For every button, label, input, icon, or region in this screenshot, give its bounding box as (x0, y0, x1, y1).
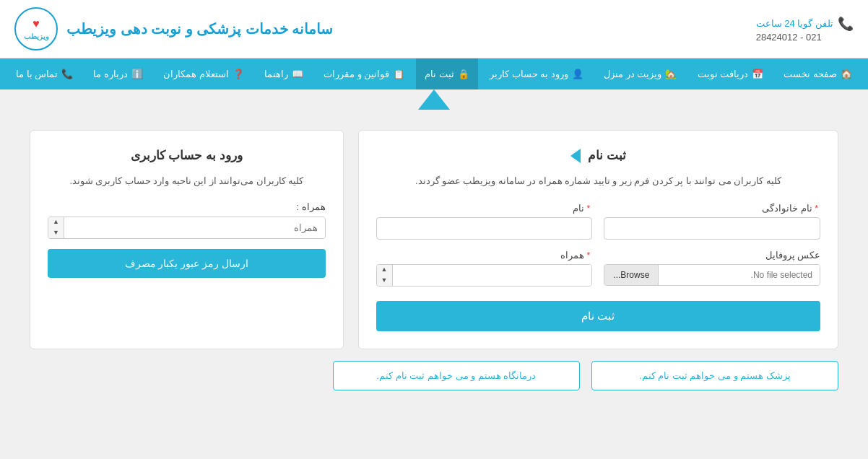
logo-text: ویزیطب (24, 32, 49, 41)
nav-login-label: ورود به حساب کاربر (490, 69, 568, 79)
nav-arrow-up (418, 89, 450, 110)
login-spinner-down[interactable]: ▼ (48, 227, 64, 238)
title-text: ثبت نام (588, 148, 626, 163)
nav-home-visit[interactable]: 🏡 ویزیت در منزل (595, 58, 685, 89)
first-name-input[interactable] (376, 217, 593, 240)
last-name-group: * نام خانوادگی (604, 203, 820, 240)
nav-bar: 🏠 صفحه نخست 📅 دریافت نوبت 🏡 ویزیت در منز… (0, 58, 868, 89)
login-mobile-input[interactable] (64, 217, 325, 238)
about-icon: ℹ️ (131, 69, 143, 79)
login-mobile-group: همراه : ▲ ▼ (48, 201, 326, 239)
nav-home-visit-label: ویزیت در منزل (604, 69, 661, 79)
register-title: ثبت نام (376, 148, 820, 163)
nav-rules[interactable]: 📋 قوانین و مقررات (315, 58, 413, 89)
no-file-text: No file selected. (659, 265, 820, 285)
profile-pic-label: عکس پروفایل (604, 250, 820, 261)
browse-button[interactable]: Browse... (604, 265, 659, 285)
login-spinner-buttons: ▲ ▼ (48, 217, 64, 238)
login-spinner-up[interactable]: ▲ (48, 217, 64, 228)
bottom-links-container: پزشک هستم و می خواهم ثبت نام کنم. درمانگ… (15, 349, 853, 405)
phone-icon: 📞 (838, 16, 854, 32)
heart-icon: ♥ (24, 17, 49, 32)
send-otp-button[interactable]: ارسال رمز عبور یکبار مصرف (48, 249, 326, 278)
nav-contact-label: تماس با ما (16, 69, 58, 79)
nav-appointment-label: دریافت نوبت (698, 69, 749, 79)
nav-about[interactable]: ℹ️ درباره ما (84, 58, 152, 89)
arrow-right-icon (570, 149, 581, 163)
nav-contact[interactable]: 📞 تماس با ما (7, 58, 82, 89)
name-row: * نام خانوادگی * نام (376, 203, 820, 240)
clinic-register-button[interactable]: درمانگاه هستم و می خواهم ثبت نام کنم. (333, 361, 580, 390)
nav-guide[interactable]: 📖 راهنما (256, 58, 312, 89)
last-name-required: * (815, 204, 818, 214)
nav-guide-label: راهنما (264, 69, 288, 79)
guide-icon: 📖 (292, 69, 303, 79)
nav-register[interactable]: 🔒 ثبت نام (416, 58, 478, 89)
logo-title: سامانه خدمات پزشکی و نوبت دهی ویزیطب ♥ و… (14, 7, 333, 51)
nav-home[interactable]: 🏠 صفحه نخست (775, 58, 861, 89)
login-mobile-label: همراه : (48, 201, 326, 212)
last-name-input[interactable] (604, 217, 820, 240)
top-bar: 📞 تلفن گویا 24 ساعت 021 - 28424012 سامان… (0, 0, 868, 58)
register-panel: ثبت نام کلیه کاربران می توانند با پر کرد… (358, 130, 838, 349)
nav-arrow-container (418, 89, 450, 110)
spinner-up[interactable]: ▲ (377, 265, 392, 276)
last-name-label: * نام خانوادگی (604, 203, 820, 214)
logo: ♥ ویزیطب (14, 7, 58, 51)
doctor-register-button[interactable]: پزشک هستم و می خواهم ثبت نام کنم. (591, 361, 838, 390)
phone-number: 021 - 28424012 (756, 32, 822, 43)
user-icon: 👤 (572, 69, 583, 79)
partners-icon: ❓ (233, 69, 244, 79)
file-input-wrapper: No file selected. Browse... (604, 264, 820, 286)
spinner-down[interactable]: ▼ (377, 275, 392, 286)
login-description: کلیه کاربران می‌توانند از این ناحیه وارد… (48, 173, 326, 190)
login-panel: ورود به حساب کاربری کلیه کاربران می‌توان… (30, 130, 344, 349)
mobile-photo-row: عکس پروفایل No file selected. Browse... … (376, 250, 820, 287)
register-submit-button[interactable]: ثبت نام (376, 301, 820, 331)
mobile-spinner: ▲ ▼ (376, 264, 593, 287)
nav-register-label: ثبت نام (425, 69, 454, 79)
mobile-label: * همراه (376, 250, 593, 261)
login-title-text: ورود به حساب کاربری (131, 148, 243, 163)
nav-rules-label: قوانین و مقررات (324, 69, 389, 79)
home-icon: 🏠 (841, 69, 852, 79)
mobile-group: * همراه ▲ ▼ (376, 250, 593, 287)
lock-icon: 🔒 (458, 69, 469, 79)
main-content: ثبت نام کلیه کاربران می توانند با پر کرد… (15, 115, 853, 349)
login-mobile-spinner: ▲ ▼ (48, 217, 326, 239)
mobile-input[interactable] (393, 265, 592, 286)
nav-partners-label: استعلام همکاران (163, 69, 229, 79)
first-name-label: * نام (376, 203, 593, 214)
nav-login[interactable]: 👤 ورود به حساب کاربر (481, 58, 592, 89)
first-name-group: * نام (376, 203, 593, 240)
calendar-icon: 📅 (752, 69, 763, 79)
nav-about-label: درباره ما (93, 69, 128, 79)
site-title: سامانه خدمات پزشکی و نوبت دهی ویزیطب (66, 20, 333, 38)
profile-pic-group: عکس پروفایل No file selected. Browse... (604, 250, 820, 287)
nav-home-label: صفحه نخست (784, 69, 837, 79)
bottom-links: پزشک هستم و می خواهم ثبت نام کنم. درمانگ… (333, 361, 838, 390)
spinner-buttons: ▲ ▼ (377, 265, 393, 286)
phone-label-row: 📞 تلفن گویا 24 ساعت (756, 16, 854, 32)
contact-icon: 📞 (61, 69, 73, 79)
nav-appointment[interactable]: 📅 دریافت نوبت (689, 58, 773, 89)
login-title: ورود به حساب کاربری (48, 148, 326, 163)
phone-info: 📞 تلفن گویا 24 ساعت 021 - 28424012 (756, 16, 854, 43)
mobile-required: * (586, 250, 590, 261)
house-icon: 🏡 (665, 69, 677, 79)
logo-inner: ♥ ویزیطب (24, 17, 49, 41)
phone-label: تلفن گویا 24 ساعت (756, 18, 833, 29)
nav-partners[interactable]: ❓ استعلام همکاران (155, 58, 253, 89)
first-name-required: * (586, 204, 590, 214)
register-description: کلیه کاربران می توانند با پر کردن فرم زی… (376, 173, 820, 190)
rules-icon: 📋 (393, 69, 404, 79)
